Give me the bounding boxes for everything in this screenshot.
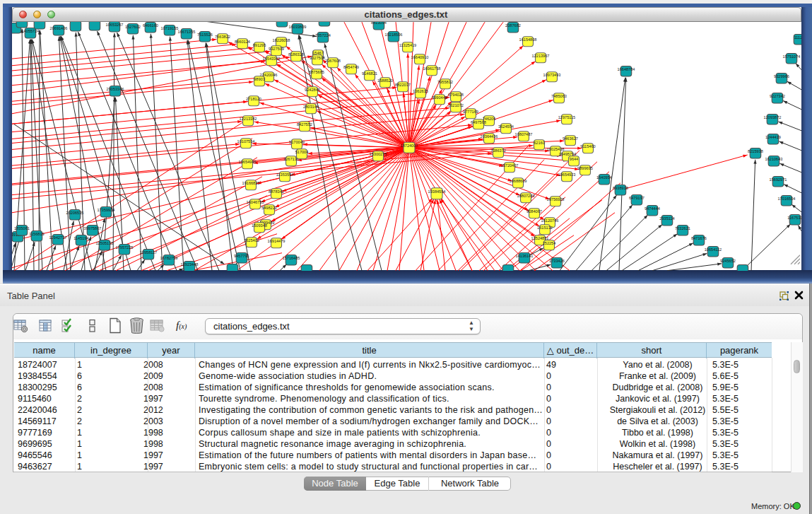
svg-text:19218506: 19218506 [385, 33, 403, 37]
svg-text:1167531: 1167531 [787, 216, 801, 220]
svg-text:8186328: 8186328 [288, 52, 304, 57]
svg-text:9777169: 9777169 [463, 110, 478, 114]
svg-text:7632621: 7632621 [675, 226, 690, 230]
svg-text:7625402: 7625402 [244, 238, 259, 243]
svg-text:1733426: 1733426 [549, 259, 565, 263]
svg-text:20364436: 20364436 [481, 134, 498, 139]
svg-text:19654923: 19654923 [558, 173, 576, 177]
svg-text:16961758: 16961758 [423, 66, 441, 71]
svg-text:3624554: 3624554 [498, 124, 514, 129]
svg-text:12975115: 12975115 [558, 115, 575, 119]
svg-text:12505135: 12505135 [96, 241, 114, 245]
svg-text:10807487: 10807487 [515, 132, 533, 136]
svg-text:8813054: 8813054 [371, 22, 387, 25]
svg-text:9644: 9644 [570, 157, 578, 161]
svg-text:10958117: 10958117 [140, 250, 157, 255]
svg-text:1145194: 1145194 [73, 236, 88, 240]
svg-text:19166825: 19166825 [242, 181, 260, 185]
svg-text:9327508: 9327508 [310, 56, 325, 60]
svg-text:8822037: 8822037 [395, 83, 411, 87]
svg-text:12213382: 12213382 [240, 117, 257, 121]
svg-text:6479197: 6479197 [629, 196, 645, 200]
svg-text:12093872: 12093872 [764, 115, 782, 119]
svg-text:9227342: 9227342 [770, 94, 785, 98]
svg-text:9327509: 9327509 [269, 47, 284, 51]
svg-text:16154808: 16154808 [519, 37, 537, 42]
svg-text:17016504: 17016504 [778, 197, 796, 201]
svg-text:1527602: 1527602 [125, 25, 141, 29]
svg-text:19384554: 19384554 [428, 189, 446, 194]
svg-text:10719155: 10719155 [161, 26, 179, 30]
svg-text:15692971: 15692971 [770, 177, 787, 182]
svg-text:7357224: 7357224 [315, 33, 331, 37]
svg-text:16543362: 16543362 [263, 57, 281, 61]
svg-text:2367608: 2367608 [325, 59, 341, 63]
svg-text:6794028: 6794028 [448, 93, 464, 97]
svg-text:11125: 11125 [794, 35, 801, 40]
svg-text:15300275: 15300275 [370, 152, 387, 156]
svg-text:7485063: 7485063 [551, 94, 567, 98]
svg-text:1621072: 1621072 [448, 103, 464, 107]
svg-text:10653267: 10653267 [106, 23, 124, 27]
svg-text:7663822: 7663822 [215, 35, 230, 39]
svg-text:8878342: 8878342 [269, 189, 284, 194]
svg-text:19756928: 19756928 [547, 197, 565, 201]
svg-text:16648784: 16648784 [618, 67, 635, 71]
svg-text:10107554: 10107554 [237, 139, 255, 144]
svg-text:16046755: 16046755 [247, 200, 264, 204]
svg-text:8990448: 8990448 [432, 95, 447, 100]
svg-text:5498222: 5498222 [261, 206, 277, 210]
svg-text:6466160: 6466160 [143, 23, 158, 28]
svg-text:16914479: 16914479 [268, 239, 286, 243]
svg-text:8215938: 8215938 [748, 149, 763, 153]
svg-text:2718120: 2718120 [246, 97, 261, 101]
svg-text:29053346: 29053346 [107, 87, 124, 91]
svg-text:18724007: 18724007 [401, 144, 418, 148]
svg-text:9245652: 9245652 [720, 259, 736, 263]
svg-text:1835061: 1835061 [14, 226, 30, 230]
svg-text:8938918: 8938918 [613, 186, 628, 190]
svg-text:9899695: 9899695 [577, 166, 593, 170]
svg-text:9474444: 9474444 [645, 206, 660, 211]
svg-text:20691406: 20691406 [50, 26, 68, 30]
svg-text:18226058: 18226058 [273, 38, 290, 42]
svg-text:16782759: 16782759 [160, 256, 178, 260]
svg-text:1615132: 1615132 [537, 226, 553, 230]
svg-text:19654945: 19654945 [239, 160, 257, 164]
svg-text:1244419: 1244419 [765, 135, 781, 139]
svg-text:15751074: 15751074 [783, 54, 801, 59]
svg-text:17359924: 17359924 [98, 208, 115, 212]
svg-text:9463627: 9463627 [563, 136, 578, 141]
svg-text:9242845: 9242845 [305, 88, 320, 92]
svg-text:12213967: 12213967 [532, 54, 550, 58]
svg-text:1156819: 1156819 [29, 232, 44, 236]
svg-text:2803144: 2803144 [303, 105, 319, 109]
svg-text:891295: 891295 [253, 43, 266, 47]
svg-text:12923448: 12923448 [181, 262, 199, 267]
svg-text:9329966: 9329966 [774, 74, 789, 78]
svg-text:17957225: 17957225 [116, 245, 134, 250]
svg-text:39975867: 39975867 [84, 226, 102, 230]
svg-text:14136141: 14136141 [516, 254, 534, 258]
svg-text:8454749: 8454749 [343, 65, 359, 69]
svg-text:15716485: 15716485 [283, 256, 300, 260]
svg-text:16120746: 16120746 [541, 218, 559, 223]
svg-text:18807249: 18807249 [517, 194, 535, 198]
svg-text:14055724: 14055724 [22, 29, 40, 33]
svg-text:7515526: 7515526 [197, 33, 213, 37]
svg-text:5170049: 5170049 [289, 140, 305, 144]
svg-text:10654112: 10654112 [705, 247, 722, 252]
svg-text:16671355: 16671355 [178, 30, 196, 34]
svg-text:20206535: 20206535 [66, 211, 84, 215]
svg-text:10688609: 10688609 [510, 179, 527, 183]
svg-text:6497568: 6497568 [471, 120, 486, 124]
svg-text:1588520: 1588520 [377, 78, 393, 83]
svg-text:9115460: 9115460 [580, 144, 595, 148]
svg-text:11353594: 11353594 [276, 173, 293, 177]
svg-text:9084067: 9084067 [526, 209, 542, 214]
svg-text:10025438: 10025438 [547, 147, 565, 151]
svg-text:11325419: 11325419 [399, 43, 416, 47]
svg-text:62160: 62160 [534, 141, 545, 145]
svg-text:2087682: 2087682 [505, 23, 521, 28]
svg-text:8471676: 8471676 [691, 236, 707, 240]
